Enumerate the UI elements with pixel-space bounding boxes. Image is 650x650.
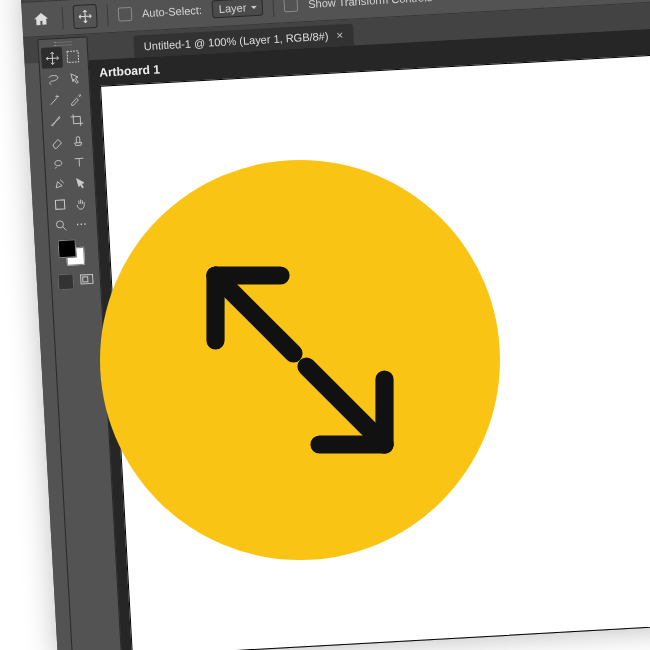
layer-dropdown[interactable]: Layer xyxy=(211,0,263,18)
home-icon xyxy=(33,10,50,27)
color-swatches[interactable] xyxy=(51,234,97,268)
svg-point-2 xyxy=(56,220,63,227)
show-transform-checkbox[interactable] xyxy=(284,0,299,12)
marquee-icon xyxy=(66,50,80,64)
type-icon xyxy=(71,154,86,169)
hand-icon xyxy=(74,196,89,211)
tool-pen[interactable] xyxy=(48,173,70,195)
tool-healing[interactable] xyxy=(47,152,69,174)
lasso-icon xyxy=(46,71,61,86)
tool-eyedropper[interactable] xyxy=(64,88,86,110)
path-select-icon xyxy=(73,175,88,190)
show-transform-label: Show Transform Controls xyxy=(308,0,433,10)
tool-edit-toolbar[interactable]: ⋯ xyxy=(71,213,93,235)
crop-icon xyxy=(69,112,84,127)
eyedropper-icon xyxy=(68,91,83,106)
quick-select-icon xyxy=(67,70,82,85)
clone-stamp-icon xyxy=(70,133,85,148)
resize-badge-overlay xyxy=(100,160,500,560)
svg-rect-0 xyxy=(67,51,79,63)
eraser-icon xyxy=(49,134,64,149)
tool-quick-select[interactable] xyxy=(63,67,85,89)
tool-shape[interactable] xyxy=(49,194,71,216)
active-tool-indicator[interactable] xyxy=(72,4,97,29)
artboard-label[interactable]: Artboard 1 xyxy=(99,62,160,79)
pen-icon xyxy=(52,176,67,191)
screen-mode-icon[interactable] xyxy=(79,272,94,287)
tool-marquee[interactable] xyxy=(62,46,84,68)
auto-select-label: Auto-Select: xyxy=(142,4,202,19)
tool-lasso[interactable] xyxy=(42,68,64,90)
rectangle-icon xyxy=(53,198,67,212)
separator xyxy=(62,7,64,29)
move-icon xyxy=(78,9,93,24)
magic-wand-icon xyxy=(47,92,62,107)
tool-move[interactable] xyxy=(41,47,63,69)
tool-brush[interactable] xyxy=(44,110,66,132)
ellipsis-icon: ⋯ xyxy=(76,218,89,232)
move-icon xyxy=(45,50,60,65)
foreground-color-swatch[interactable] xyxy=(58,239,77,258)
tool-zoom[interactable] xyxy=(50,215,72,237)
tool-crop[interactable] xyxy=(65,109,87,131)
svg-rect-4 xyxy=(83,277,88,282)
tool-eraser[interactable] xyxy=(46,131,68,153)
home-button[interactable] xyxy=(30,7,53,30)
svg-rect-1 xyxy=(55,200,64,209)
separator xyxy=(273,0,275,17)
brush-icon xyxy=(48,113,63,128)
tool-path-select[interactable] xyxy=(69,171,91,193)
tool-stamp[interactable] xyxy=(66,129,88,151)
tool-type[interactable] xyxy=(68,150,90,172)
quick-mask-icon[interactable] xyxy=(57,273,74,290)
healing-icon xyxy=(50,155,65,170)
separator xyxy=(106,4,108,26)
zoom-icon xyxy=(54,218,69,233)
auto-select-checkbox[interactable] xyxy=(118,7,133,22)
tool-hand[interactable] xyxy=(70,192,92,214)
tool-wand[interactable] xyxy=(43,89,65,111)
close-icon[interactable]: × xyxy=(336,29,344,41)
resize-diagonal-icon xyxy=(170,230,430,490)
